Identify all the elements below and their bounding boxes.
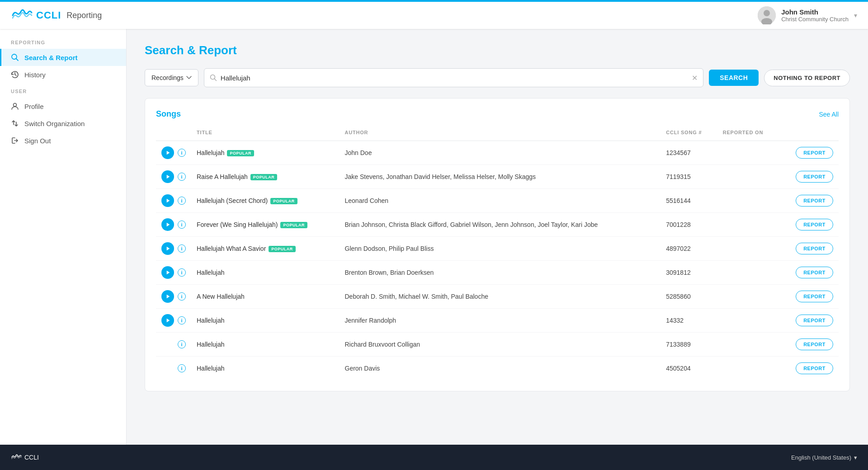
play-button[interactable] [161, 290, 174, 303]
cell-ccli: 5516144 [660, 189, 717, 213]
info-button[interactable]: i [178, 244, 186, 253]
svg-line-4 [16, 59, 19, 61]
cell-ccli: 1234567 [660, 141, 717, 165]
svg-marker-15 [167, 319, 170, 322]
user-org: Christ Community Church [781, 16, 849, 23]
cell-actions: i [156, 237, 191, 260]
cell-report: REPORT [780, 309, 839, 333]
cell-reported [717, 165, 780, 189]
clear-search-button[interactable]: ✕ [692, 74, 698, 82]
svg-line-7 [214, 79, 216, 81]
report-button[interactable]: REPORT [796, 219, 833, 230]
report-button[interactable]: REPORT [796, 147, 833, 159]
sign-out-icon [11, 136, 19, 145]
play-button[interactable] [161, 218, 174, 231]
svg-marker-11 [167, 223, 170, 226]
logo-area: CCLI Reporting [11, 7, 102, 24]
cell-ccli: 4897022 [660, 237, 717, 261]
song-title: Hallelujah [197, 269, 224, 276]
info-button[interactable]: i [178, 292, 186, 301]
report-button[interactable]: REPORT [796, 243, 833, 254]
col-reported: REPORTED ON [717, 126, 780, 141]
footer-language-selector[interactable]: English (United States) ▾ [791, 454, 857, 461]
svg-marker-14 [167, 295, 170, 298]
cell-reported [717, 237, 780, 261]
info-button[interactable]: i [178, 340, 186, 348]
cell-title: HallelujahPOPULAR [191, 141, 340, 165]
cell-ccli: 7119315 [660, 165, 717, 189]
play-button[interactable] [161, 314, 174, 327]
info-button[interactable]: i [178, 173, 186, 181]
cell-ccli: 4505204 [660, 357, 717, 381]
info-button[interactable]: i [178, 268, 186, 277]
info-button[interactable]: i [178, 316, 186, 324]
table-row: iHallelujahRichard Bruxvoort Colligan713… [156, 333, 839, 357]
cell-report: REPORT [780, 213, 839, 237]
table-row: iForever (We Sing Hallelujah)POPULARBria… [156, 213, 839, 237]
search-input-wrapper: ✕ [204, 68, 703, 87]
song-title: Hallelujah [197, 341, 224, 348]
sidebar-item-profile[interactable]: Profile [0, 98, 126, 115]
filter-chevron-icon [186, 75, 192, 80]
col-author: AUTHOR [340, 126, 661, 141]
user-dropdown-arrow-icon[interactable]: ▾ [854, 12, 857, 19]
report-button[interactable]: REPORT [796, 267, 833, 278]
report-button[interactable]: REPORT [796, 195, 833, 207]
see-all-link[interactable]: See All [819, 111, 839, 118]
sidebar-item-search-report[interactable]: Search & Report [0, 49, 126, 66]
svg-marker-12 [167, 247, 170, 250]
report-button[interactable]: REPORT [796, 171, 833, 183]
reporting-label: Reporting [66, 11, 102, 20]
play-button[interactable] [161, 146, 174, 159]
cell-ccli: 5285860 [660, 285, 717, 309]
search-button[interactable]: SEARCH [709, 70, 759, 86]
nothing-to-report-button[interactable]: NOTHING TO REPORT [764, 70, 850, 86]
cell-ccli: 3091812 [660, 261, 717, 285]
results-section-title: Songs [156, 109, 181, 119]
popular-badge: POPULAR [269, 246, 296, 252]
play-button[interactable] [161, 194, 174, 207]
cell-author: Deborah D. Smith, Michael W. Smith, Paul… [340, 285, 661, 309]
table-row: iHallelujah What A SaviorPOPULARGlenn Do… [156, 237, 839, 261]
cell-title: Hallelujah [191, 261, 340, 285]
info-button[interactable]: i [178, 221, 186, 229]
report-button[interactable]: REPORT [796, 291, 833, 302]
sidebar-item-history[interactable]: History [0, 66, 126, 83]
cell-title: Raise A HallelujahPOPULAR [191, 165, 340, 189]
cell-title: Hallelujah [191, 333, 340, 357]
report-button[interactable]: REPORT [796, 338, 833, 350]
svg-marker-10 [167, 199, 170, 202]
footer-logo-text: CCLI [24, 454, 39, 461]
cell-actions: i [156, 357, 191, 380]
sidebar-item-switch-org[interactable]: Switch Organization [0, 115, 126, 132]
user-menu[interactable]: John Smith Christ Community Church ▾ [758, 6, 857, 24]
logo-text: CCLI [36, 9, 61, 21]
table-header-row: TITLE AUTHOR CCLI SONG # REPORTED ON [156, 126, 839, 141]
cell-actions: i [156, 189, 191, 212]
cell-ccli: 14332 [660, 309, 717, 333]
cell-author: Glenn Dodson, Philip Paul Bliss [340, 237, 661, 261]
cell-reported [717, 261, 780, 285]
info-button[interactable]: i [178, 149, 186, 157]
info-button[interactable]: i [178, 197, 186, 205]
search-input[interactable] [217, 74, 692, 82]
play-button[interactable] [161, 242, 174, 255]
svg-marker-13 [167, 271, 170, 274]
report-button[interactable]: REPORT [796, 362, 833, 374]
info-button[interactable]: i [178, 364, 186, 372]
svg-marker-9 [167, 175, 170, 179]
table-row: iRaise A HallelujahPOPULARJake Stevens, … [156, 165, 839, 189]
sidebar-item-sign-out[interactable]: Sign Out [0, 132, 126, 149]
filter-dropdown[interactable]: Recordings [145, 69, 198, 86]
song-title: A New Hallelujah [197, 293, 245, 300]
table-row: iHallelujahGeron Davis4505204REPORT [156, 357, 839, 381]
songs-table: TITLE AUTHOR CCLI SONG # REPORTED ON iHa… [156, 126, 839, 380]
cell-author: Brian Johnson, Christa Black Gifford, Ga… [340, 213, 661, 237]
popular-badge: POPULAR [250, 174, 278, 180]
play-button[interactable] [161, 170, 174, 183]
table-row: iHallelujahJennifer Randolph14332REPORT [156, 309, 839, 333]
table-row: iHallelujahPOPULARJohn Doe1234567REPORT [156, 141, 839, 165]
col-title: TITLE [191, 126, 340, 141]
play-button[interactable] [161, 266, 174, 279]
report-button[interactable]: REPORT [796, 315, 833, 326]
